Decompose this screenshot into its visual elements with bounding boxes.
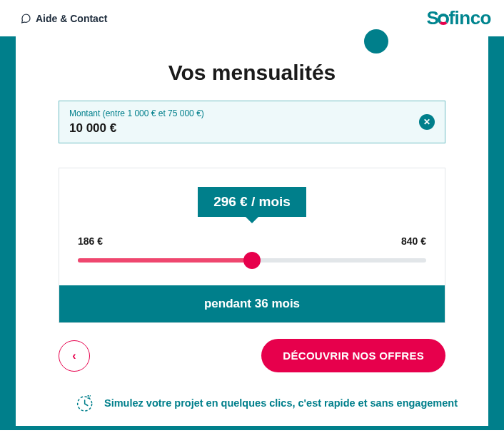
slider-max-label: 840 € [401,235,426,247]
step-badge [364,29,388,54]
slider-thumb[interactable] [243,252,261,269]
discover-offers-button[interactable]: DÉCOUVRIR NOS OFFRES [261,339,445,372]
footer-note: 3' Simulez votre projet en quelques clic… [16,382,488,426]
slider-min-label: 186 € [78,235,103,247]
monthly-value-bubble: 296 € / mois [198,187,306,217]
app-header: Aide & Contact Sfinco [0,0,504,36]
slider-fill [78,258,252,263]
monthly-slider-card: 296 € / mois 186 € 840 € pendant 36 mois [59,168,445,323]
amount-input-box[interactable]: Montant (entre 1 000 € et 75 000 €) 10 0… [59,101,445,143]
close-icon: ✕ [423,117,430,127]
svg-text:3': 3' [87,394,91,399]
chevron-left-icon: ‹ [72,350,76,362]
main-card: Vos mensualités Montant (entre 1 000 € e… [16,36,488,382]
back-button[interactable]: ‹ [59,340,90,372]
action-row: ‹ DÉCOUVRIR NOS OFFRES [59,339,445,372]
fast-clock-icon: 3' [73,393,94,414]
logo-o-icon [438,14,449,25]
monthly-slider[interactable] [78,258,426,263]
footer-text: Simulez votre projet en quelques clics, … [104,397,458,411]
help-contact-link[interactable]: Aide & Contact [20,13,107,24]
duration-bar: pendant 36 mois [59,285,445,322]
help-contact-label: Aide & Contact [36,13,107,24]
page-background: Vos mensualités Montant (entre 1 000 € e… [0,36,504,430]
clear-amount-button[interactable]: ✕ [419,114,435,130]
amount-hint: Montant (entre 1 000 € et 75 000 €) [69,108,419,118]
brand-logo: Sfinco [427,7,491,29]
amount-value: 10 000 € [69,121,419,136]
chat-icon [20,13,31,24]
